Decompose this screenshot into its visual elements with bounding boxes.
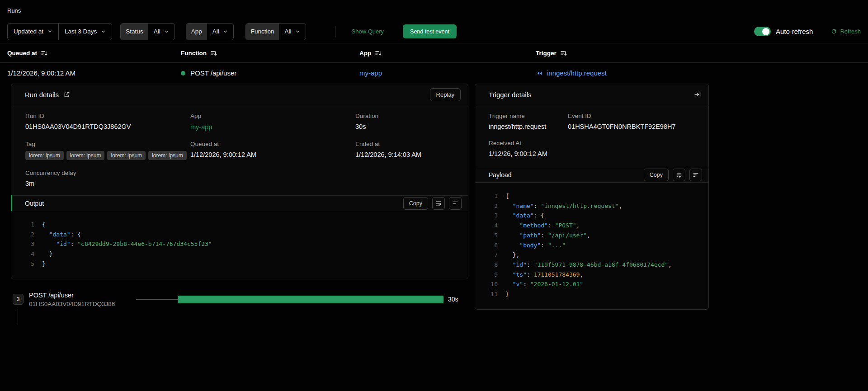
align-left-icon xyxy=(452,200,458,207)
step-name: POST /api/user xyxy=(29,292,124,299)
code-line: 9 "ts": 1711051784369, xyxy=(489,270,698,280)
function-filter-dropdown[interactable]: Function All xyxy=(245,23,306,40)
function-name: POST /api/user xyxy=(190,69,236,77)
sort-icon xyxy=(560,50,567,57)
column-label: Queued at xyxy=(7,50,37,57)
app-label: App xyxy=(190,113,355,119)
step-count-badge[interactable]: 3 xyxy=(13,294,24,305)
trigger-name-label: Trigger name xyxy=(489,113,568,119)
updated-at-dropdown[interactable]: Updated at xyxy=(8,24,58,40)
payload-code-block: 1{2 "name": "inngest/http.request",3 "da… xyxy=(475,183,708,309)
sort-icon xyxy=(375,50,382,57)
time-range-dropdown[interactable]: Last 3 Days xyxy=(59,24,112,40)
field-queued-at: Queued at 1/12/2026, 9:00:12 AM xyxy=(190,141,355,160)
updated-at-dropdown-label: Updated at xyxy=(14,28,43,35)
show-query-link[interactable]: Show Query xyxy=(352,28,384,35)
payload-title: Payload xyxy=(489,171,512,179)
field-event-id: Event ID 01HSHA4GT0FN0NRBKTF92E98H7 xyxy=(568,113,695,130)
filter-divider xyxy=(335,26,335,38)
collapse-panel-button[interactable] xyxy=(694,91,701,98)
column-label: App xyxy=(359,50,371,57)
page-title: Runs xyxy=(0,0,868,20)
ended-at-value: 1/12/2026, 9:14:03 AM xyxy=(355,151,454,158)
word-wrap-button[interactable] xyxy=(673,169,685,181)
code-line: 7 }, xyxy=(489,250,698,260)
column-header-trigger[interactable]: Trigger xyxy=(536,50,861,57)
app-filter-value: All xyxy=(212,28,219,35)
chevron-down-icon xyxy=(47,29,52,34)
chevron-down-icon xyxy=(101,29,106,34)
timeline-row: 3 POST /api/user 01HS0AA03V04D91RTDQ3J86… xyxy=(11,292,468,307)
tag-chip: lorem: ipsum xyxy=(25,151,64,160)
column-label: Trigger xyxy=(536,50,557,57)
format-button[interactable] xyxy=(689,169,702,181)
trigger-details-body: Trigger name inngest/http.request Event … xyxy=(475,105,708,157)
timeline-duration-label: 30s xyxy=(448,296,458,303)
tag-chip: lorem: ipsum xyxy=(66,151,105,160)
run-id-label: Run ID xyxy=(25,113,190,119)
copy-payload-button[interactable]: Copy xyxy=(644,169,669,181)
code-line: 1{ xyxy=(25,220,457,230)
output-code-block: 1{2 "data": {3 "id": "c8429dd9-29b8-44e6… xyxy=(11,211,468,279)
field-trigger-name: Trigger name inngest/http.request xyxy=(489,113,568,130)
code-line: 10 "v": "2026-01-12.01" xyxy=(489,279,698,289)
tag-label: Tag xyxy=(25,141,190,147)
auto-refresh-toggle[interactable] xyxy=(754,27,771,36)
cell-trigger: inngest/http.request xyxy=(536,69,861,77)
column-header-queued-at[interactable]: Queued at xyxy=(7,50,181,57)
code-line: 3 "id": "c8429dd9-29b8-44e6-b714-767d34c… xyxy=(25,239,457,249)
field-run-id: Run ID 01HS0AA03V04D91RTDQ3J862GV xyxy=(25,113,190,131)
trigger-name-value: inngest/http.request xyxy=(489,123,568,130)
timeline-stem xyxy=(18,309,18,325)
function-filter-value: All xyxy=(284,28,291,35)
code-line: 4 } xyxy=(25,249,457,259)
queued-at-value: 1/12/2026, 9:00:12 AM xyxy=(190,151,355,158)
trigger-details-panel: Trigger details Trigger name inngest/htt… xyxy=(475,84,709,310)
word-wrap-icon xyxy=(676,172,682,178)
column-header-function[interactable]: Function xyxy=(181,50,359,57)
refresh-cluster: Auto-refresh Refresh xyxy=(754,27,861,36)
send-test-event-button[interactable]: Send test event xyxy=(403,24,457,38)
table-header: Queued at Function App Trigger xyxy=(0,43,868,63)
refresh-button[interactable]: Refresh xyxy=(831,28,861,35)
external-link-icon[interactable] xyxy=(63,91,70,98)
app-link[interactable]: my-app xyxy=(359,69,536,77)
runs-page: Runs Updated at Last 3 Days Status All A… xyxy=(0,0,868,391)
app-link-green[interactable]: my-app xyxy=(190,123,212,131)
app-filter-dropdown[interactable]: App All xyxy=(186,23,234,40)
function-filter-label: Function xyxy=(246,24,279,40)
status-filter-dropdown[interactable]: Status All xyxy=(120,23,175,40)
run-details-panel: Run details Replay Run ID 01HS0AA03V04D9… xyxy=(11,84,468,279)
field-ended-at: Ended at 1/12/2026, 9:14:03 AM xyxy=(355,141,454,160)
tag-chip: lorem: ipsum xyxy=(107,151,146,160)
trigger-link[interactable]: inngest/http.request xyxy=(547,69,607,77)
field-received-at: Received At 1/12/26, 9:00:12 AM xyxy=(489,140,695,157)
code-line: 5} xyxy=(25,259,457,269)
code-line: 3 "data": { xyxy=(489,211,698,221)
event-id-label: Event ID xyxy=(568,113,695,119)
status-dot-icon xyxy=(181,71,185,75)
field-concurrency-delay: Concurrency delay 3m xyxy=(25,170,190,187)
field-app: App my-app xyxy=(190,113,355,131)
code-line: 5 "path": "/api/user", xyxy=(489,231,698,240)
arrow-to-bar-icon xyxy=(694,91,701,98)
sort-icon xyxy=(210,50,217,57)
received-at-label: Received At xyxy=(489,140,695,146)
auto-refresh-label: Auto-refresh xyxy=(776,28,813,35)
run-table-row[interactable]: 1/12/2026, 9:00:12 AM POST /api/user my-… xyxy=(0,63,868,83)
output-section-header: Output Copy xyxy=(11,195,468,211)
ended-at-label: Ended at xyxy=(355,141,454,147)
time-range-dropdown-label: Last 3 Days xyxy=(65,28,97,35)
duration-value: 30s xyxy=(355,123,454,130)
timeline-duration-bar[interactable] xyxy=(178,296,443,303)
code-line: 8 "id": "119f5971-9878-46bd-a18f-4f06801… xyxy=(489,260,698,270)
replay-button[interactable]: Replay xyxy=(430,88,461,101)
word-wrap-button[interactable] xyxy=(432,197,445,210)
format-button[interactable] xyxy=(449,197,462,210)
chevron-down-icon xyxy=(164,29,169,34)
column-header-app[interactable]: App xyxy=(359,50,536,57)
copy-output-button[interactable]: Copy xyxy=(403,197,428,210)
word-wrap-icon xyxy=(435,200,442,207)
code-line: 11} xyxy=(489,289,698,299)
timeline-connector xyxy=(136,299,178,300)
